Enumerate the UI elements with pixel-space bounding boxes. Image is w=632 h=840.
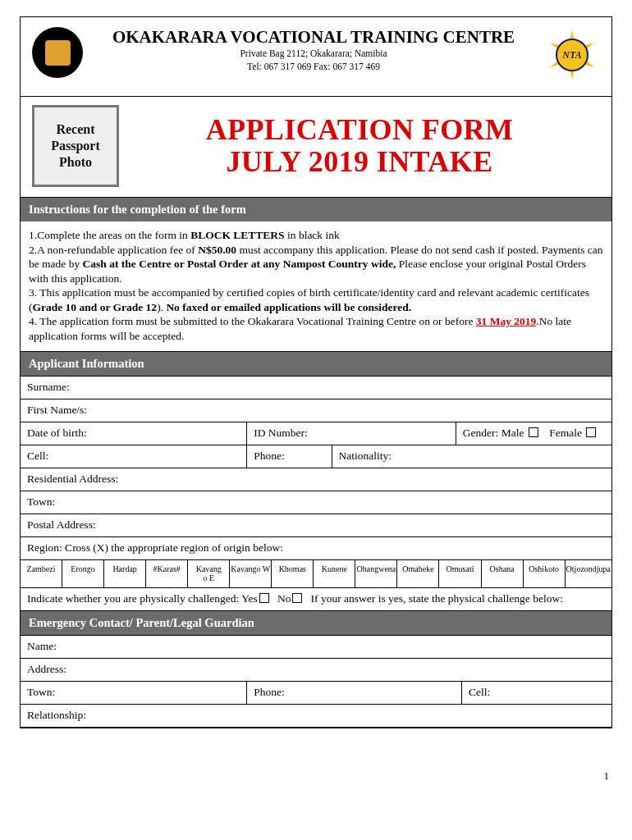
row-ec-address: Address: [21,658,611,681]
org-title: OKAKARARA VOCATIONAL TRAINING CENTRE [83,27,544,48]
photo-box-label: Recent Passport Photo [51,121,100,171]
instructions-body: 1.Complete the areas on the form in BLOC… [21,221,611,351]
passport-photo-placeholder[interactable]: Recent Passport Photo [32,105,119,187]
field-firstnames[interactable]: First Name/s: [21,399,611,422]
region-oshikoto[interactable]: Oshikoto [524,560,566,587]
checkbox-phys-yes[interactable] [259,593,269,603]
section-head-applicant: Applicant Information [21,351,611,376]
form-title-line-1: APPLICATION FORM [206,114,514,146]
form-title-line-2: JULY 2019 INTAKE [226,146,492,178]
instr2-b: N$50.00 [198,244,236,256]
instr2-d: Cash at the Centre or Postal Order at an… [83,258,396,270]
field-physically-challenged[interactable]: Indicate whether you are physically chal… [21,588,611,610]
page-number: 1 [0,769,609,783]
field-town[interactable]: Town: [21,491,611,514]
field-residential-address[interactable]: Residential Address: [21,468,611,491]
field-nationality[interactable]: Nationality: [332,445,611,468]
region-karas[interactable]: #Karas# [146,560,188,587]
instr3-b: Grade 10 and or Grade 12 [33,301,158,313]
row-dob-id-gender: Date of birth: ID Number: Gender: Male F… [21,422,611,445]
region-kavango-w[interactable]: Kavango W [230,560,272,587]
field-gender[interactable]: Gender: Male Female [456,422,611,445]
row-residential: Residential Address: [21,468,611,491]
nta-logo-text: NTA [556,39,588,71]
field-cell[interactable]: Cell: [21,445,247,468]
phys-label-c: If your answer is yes, state the physica… [311,592,563,605]
row-firstnames: First Name/s: [21,399,611,422]
field-ec-address[interactable]: Address: [21,659,611,681]
field-postal-address[interactable]: Postal Address: [21,514,611,536]
gender-female-label: Female [549,427,582,439]
org-address-line-1: Private Bag 2112; Okakarara; Namibia [83,48,544,61]
header: OKAKARARA VOCATIONAL TRAINING CENTRE Pri… [21,17,611,97]
title-row: Recent Passport Photo APPLICATION FORM J… [21,97,611,197]
field-ec-relationship[interactable]: Relationship: [21,705,611,727]
header-text-block: OKAKARARA VOCATIONAL TRAINING CENTRE Pri… [83,27,544,73]
section-head-instructions: Instructions for the completion of the f… [21,197,611,221]
field-ec-name[interactable]: Name: [21,636,611,658]
region-khomas[interactable]: Khomas [272,560,314,587]
row-town: Town: [21,491,611,514]
region-omusati[interactable]: Omusati [439,560,481,587]
instr1-a: 1.Complete the areas on the form in [29,229,190,241]
org-logo-left [32,27,83,78]
row-postal: Postal Address: [21,514,611,536]
region-omaheke[interactable]: Omaheke [397,560,439,587]
form-title-wrap: APPLICATION FORM JULY 2019 INTAKE [119,105,600,187]
row-ec-town-phone-cell: Town: Phone: Cell: [21,681,611,704]
region-erongo[interactable]: Erongo [62,560,104,587]
row-surname: Surname: [21,376,611,399]
row-cell-phone-nat: Cell: Phone: Nationality: [21,445,611,468]
gender-male-label: Gender: Male [463,427,524,439]
region-instruction: Region: Cross (X) the appropriate region… [21,537,611,559]
instr2-a: 2.A non-refundable application fee of [29,244,198,256]
document-page: OKAKARARA VOCATIONAL TRAINING CENTRE Pri… [20,16,612,728]
deadline-date: 31 May 2019 [476,315,537,327]
instruction-4: 4. The application form must be submitte… [29,314,603,343]
region-zambezi[interactable]: Zambezi [21,560,62,587]
field-dob[interactable]: Date of birth: [21,422,247,445]
phys-label-b: No [277,592,291,605]
org-logo-right: NTA [544,27,600,83]
field-surname[interactable]: Surname: [21,377,611,399]
field-ec-town[interactable]: Town: [21,682,247,704]
region-oshana[interactable]: Oshana [482,560,524,587]
region-kavango-e[interactable]: Kavang o E [188,560,230,587]
region-ohangwena[interactable]: Ohangwena [355,560,397,587]
instr1-b: BLOCK LETTERS [190,229,284,241]
region-hardap[interactable]: Hardap [104,560,146,587]
instr3-d: No faxed or emailed applications will be… [166,301,411,313]
region-otjozondjupa[interactable]: Otjozondjupa [566,560,611,587]
checkbox-phys-no[interactable] [292,593,302,603]
region-grid: Zambezi Erongo Hardap #Karas# Kavang o E… [21,559,611,587]
region-kunene[interactable]: Kunene [314,560,355,587]
instr1-c: in black ink [285,229,340,241]
instr4-a: 4. The application form must be submitte… [29,315,476,327]
phys-label-a: Indicate whether you are physically chal… [27,592,258,605]
field-id-number[interactable]: ID Number: [247,422,456,445]
row-physically-challenged: Indicate whether you are physically chal… [21,587,611,610]
field-phone[interactable]: Phone: [247,445,332,468]
org-address-line-2: Tel: 067 317 069 Fax: 067 317 469 [83,61,544,74]
checkbox-female[interactable] [586,427,596,437]
section-head-emergency: Emergency Contact/ Parent/Legal Guardian [21,610,611,635]
instruction-2: 2.A non-refundable application fee of N$… [29,243,603,286]
row-ec-relationship: Relationship: [21,704,611,728]
instruction-3: 3. This application must be accompanied … [29,285,603,314]
field-ec-cell[interactable]: Cell: [462,682,611,704]
row-ec-name: Name: [21,635,611,658]
row-region-label: Region: Cross (X) the appropriate region… [21,536,611,559]
field-ec-phone[interactable]: Phone: [247,682,462,704]
instr3-c: ). [157,301,166,313]
instruction-1: 1.Complete the areas on the form in BLOC… [29,228,603,243]
checkbox-male[interactable] [529,427,538,437]
